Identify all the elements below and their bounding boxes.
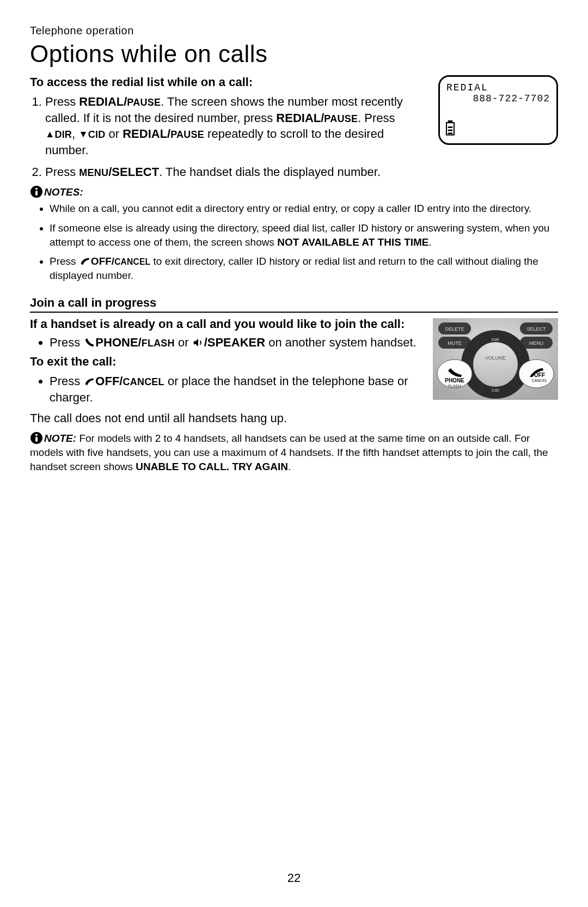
list-item: If someone else is already using the dir…: [50, 221, 558, 249]
keypad-volume: VOLUME: [485, 355, 506, 361]
keypad-menu: MENU: [529, 340, 544, 346]
keypad-phone: PHONE: [445, 378, 464, 384]
lcd-line-2: 888-722-7702: [446, 93, 550, 104]
keypad-select: SELECT: [526, 326, 546, 332]
list-item: While on a call, you cannot edit a direc…: [50, 202, 558, 216]
keypad-cancel: CANCEL: [532, 379, 548, 382]
list-item: Press MENU/SELECT. The handset dials the…: [45, 164, 558, 180]
info-icon: [30, 431, 43, 445]
handset-keypad: DELETE SELECT MUTE MENU DIR VOLUME CID P…: [433, 318, 558, 402]
notes-heading: NOTES:: [30, 185, 558, 198]
keypad-delete: DELETE: [445, 326, 464, 332]
notes-list: While on a call, you cannot edit a direc…: [30, 202, 558, 282]
keypad-mute: MUTE: [448, 340, 462, 346]
handset-screen: REDIAL 888-722-7702: [438, 75, 558, 145]
keypad-dir: DIR: [492, 337, 499, 342]
battery-icon: [445, 120, 455, 136]
svg-point-6: [35, 188, 38, 190]
svg-rect-3: [448, 130, 452, 131]
keypad-off: OFF: [534, 372, 545, 378]
breadcrumb: Telephone operation: [30, 25, 558, 37]
phone-handset-icon: [83, 337, 95, 349]
svg-rect-4: [448, 132, 452, 134]
all-hangup-note: The call does not end until all handsets…: [30, 410, 558, 427]
keypad-flash: FLASH: [449, 384, 461, 388]
final-note: NOTE: For models with 2 to 4 handsets, a…: [30, 431, 558, 473]
svg-rect-2: [448, 126, 452, 128]
svg-rect-7: [35, 191, 38, 196]
down-triangle-icon: [78, 127, 88, 141]
hangup-handset-icon: [79, 255, 91, 267]
page-title: Options while on calls: [30, 40, 558, 68]
up-triangle-icon: [45, 127, 54, 141]
heading-join: Join a call in progress: [30, 296, 558, 313]
lcd-line-1: REDIAL: [446, 82, 550, 93]
info-icon: [30, 185, 43, 198]
svg-point-17: [35, 434, 38, 436]
page-number: 22: [0, 871, 588, 885]
svg-rect-18: [35, 437, 38, 442]
speaker-icon: [192, 337, 204, 349]
list-item: Press OFF/CANCEL to exit directory, call…: [50, 254, 558, 282]
hangup-handset-icon: [83, 375, 95, 387]
keypad-cid: CID: [492, 388, 499, 393]
